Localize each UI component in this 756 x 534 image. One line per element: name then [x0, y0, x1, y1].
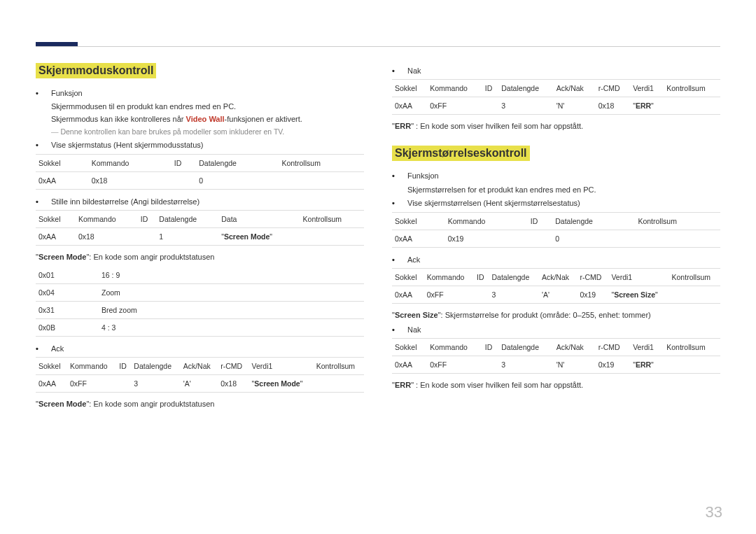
td: 0x18: [89, 171, 172, 189]
td: 0x18: [218, 375, 248, 393]
nak-label: Nak: [407, 66, 720, 76]
th: Kommando: [67, 358, 116, 375]
td: [664, 97, 720, 115]
td: "Screen Mode": [249, 375, 314, 393]
section-title-screensize: Skjermstørrelseskontroll: [392, 146, 530, 161]
td: 0xFF: [424, 286, 474, 303]
th: Kommando: [427, 80, 482, 97]
bold: ERR: [395, 381, 411, 389]
th: ID: [474, 268, 489, 286]
th: Kontrollsum: [664, 339, 720, 356]
th: Ack/Nak: [181, 358, 218, 375]
th: Kommando: [89, 154, 172, 171]
th: Datalengde: [156, 210, 218, 227]
th: Kommando: [427, 339, 482, 356]
th: Sokkel: [36, 358, 67, 375]
q: ": [655, 290, 658, 299]
bold: Screen Mode: [38, 253, 86, 261]
td: 0x19: [445, 230, 528, 247]
td: "ERR": [630, 356, 664, 374]
nak-row: • Nak: [392, 66, 720, 76]
td: 'A': [181, 375, 218, 393]
td: 0xAA: [36, 375, 67, 393]
funksjon-label-2: Funksjon: [407, 171, 720, 181]
td: [300, 227, 364, 245]
td: [172, 171, 196, 189]
note-line: Denne kontrollen kan bare brukes på mode…: [51, 127, 364, 136]
header-rule: [36, 46, 720, 47]
funksjon-label: Funksjon: [51, 88, 364, 99]
th: Datalengde: [552, 212, 635, 230]
th: Verdi1: [630, 339, 664, 356]
bullet-ht: •: [392, 255, 407, 265]
table-3: 0x0116 : 9 0x04Zoom 0x31Bred zoom 0x0B4 …: [36, 267, 364, 337]
vise-label-2: Vise skjermstørrelsen (Hent skjermstørre…: [407, 198, 720, 209]
td: 'N': [554, 356, 596, 374]
th: r-CMD: [218, 358, 248, 375]
th: Sokkel: [392, 268, 424, 286]
q: ": [270, 232, 272, 241]
bullet-ht: •: [36, 344, 51, 354]
stille-row: • Stille inn bildestørrelse (Angi bildes…: [36, 197, 364, 207]
err-desc-2: "ERR" : En kode som viser hvilken feil s…: [392, 381, 720, 389]
text: ": Skjermstørrelse for produkt (område: …: [438, 311, 651, 319]
bullet-ht: •: [36, 197, 51, 207]
td: 3: [131, 375, 180, 393]
text: ": En kode som angir produktstatusen: [86, 253, 214, 261]
th: Datalengde: [489, 268, 539, 286]
q: ": [651, 101, 654, 110]
th: ID: [138, 210, 157, 227]
th: Ack/Nak: [554, 80, 596, 97]
funksjon-row: • Funksjon: [36, 88, 364, 99]
ack-row-2: • Ack: [392, 255, 720, 265]
right-column: • Nak Sokkel Kommando ID Datalengde Ack/…: [392, 63, 720, 414]
td: [664, 356, 720, 374]
td: 0xFF: [427, 356, 482, 374]
td: [314, 375, 364, 393]
screenmode-desc: "Screen Mode": En kode som angir produkt…: [36, 253, 364, 261]
table-5: Sokkel Kommando ID Datalengde Ack/Nak r-…: [392, 79, 720, 115]
text: ": En kode som angir produktstatusen: [86, 400, 214, 408]
bold: ERR: [395, 122, 411, 130]
td: 0x18: [596, 97, 630, 115]
text: -funksjonen er aktivert.: [225, 115, 302, 123]
bullet-ht: •: [392, 325, 407, 335]
td: 0x0B: [36, 318, 99, 336]
screensize-desc: "Screen Size": Skjermstørrelse for produ…: [392, 311, 720, 319]
th: Kontrollsum: [314, 358, 364, 375]
funksjon-row-2: • Funksjon: [392, 171, 720, 181]
table-4: Sokkel Kommando ID Datalengde Ack/Nak r-…: [36, 357, 364, 393]
th: Datalengde: [131, 358, 180, 375]
td: 4 : 3: [99, 318, 364, 336]
table-7: Sokkel Kommando ID Datalengde Ack/Nak r-…: [392, 268, 720, 304]
th: Kontrollsum: [300, 210, 364, 227]
th: Data: [218, 210, 300, 227]
td: "Screen Size": [608, 286, 668, 303]
td: 0x19: [596, 356, 630, 374]
th: ID: [116, 358, 131, 375]
td: 1: [156, 227, 218, 245]
th: Sokkel: [36, 210, 76, 227]
td: 0xAA: [392, 230, 445, 247]
bold: Screen Size: [395, 311, 438, 319]
bold: Screen Mode: [254, 379, 300, 388]
red-text: Video Wall: [186, 115, 225, 123]
th: Kommando: [445, 212, 528, 230]
funksjon-text-2: Skjermmodus kan ikke kontrolleres når Vi…: [51, 114, 364, 125]
td: [116, 375, 131, 393]
td: Bred zoom: [99, 301, 364, 318]
bold: Screen Mode: [224, 232, 270, 241]
th: Verdi1: [608, 268, 668, 286]
th: Datalengde: [498, 339, 554, 356]
table-1: Sokkel Kommando ID Datalengde Kontrollsu…: [36, 154, 364, 190]
nak-label-2: Nak: [407, 325, 720, 335]
td: [279, 171, 364, 189]
th: Sokkel: [392, 212, 445, 230]
stille-label: Stille inn bildestørrelse (Angi bildestø…: [51, 197, 364, 207]
vise-row-2: • Vise skjermstørrelsen (Hent skjermstør…: [392, 198, 720, 209]
td: 0xAA: [392, 286, 424, 303]
td: 0xAA: [392, 97, 427, 115]
th: Ack/Nak: [539, 268, 577, 286]
th: Sokkel: [36, 154, 89, 171]
table-8: Sokkel Kommando ID Datalengde Ack/Nak r-…: [392, 338, 720, 374]
